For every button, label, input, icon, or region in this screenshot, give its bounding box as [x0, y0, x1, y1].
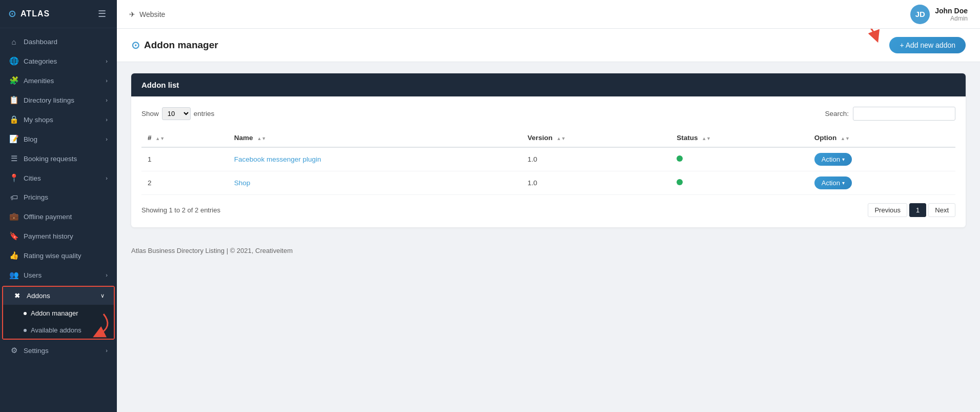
action-button-1[interactable]: Action ▾	[814, 153, 852, 166]
avatar-initials: JD	[915, 10, 925, 18]
cell-status	[670, 171, 808, 195]
sidebar-label-payment-history: Payment history	[24, 232, 73, 240]
chevron-right-icon: ›	[106, 272, 108, 278]
sidebar-label-booking: Booking requests	[24, 155, 77, 163]
sidebar-item-amenities[interactable]: 🧩 Amenities ›	[0, 71, 117, 90]
search-input[interactable]	[853, 107, 955, 121]
sidebar-sublabel-available-addons: Available addons	[31, 326, 81, 334]
sidebar-item-dashboard[interactable]: ⌂ Dashboard	[0, 32, 117, 51]
sidebar-label-users: Users	[24, 271, 42, 279]
cell-num: 2	[141, 171, 228, 195]
table-head: # ▲▼ Name ▲▼ Version ▲▼	[141, 129, 955, 147]
sidebar-subitem-addon-manager[interactable]: Addon manager	[3, 305, 114, 322]
col-version: Version ▲▼	[521, 129, 670, 147]
add-new-addon-button[interactable]: + Add new addon	[889, 37, 966, 53]
status-dot-icon	[677, 179, 683, 185]
topbar: ✈ Website JD John Doe Admin	[117, 0, 980, 29]
show-entries-control: Show 10 25 50 100 entries	[141, 107, 214, 120]
sidebar: ⊙ ATLAS ☰ ⌂ Dashboard 🌐 Categories › 🧩 A…	[0, 0, 117, 412]
settings-icon: ⚙	[9, 346, 18, 355]
sort-icon[interactable]: ▲▼	[257, 136, 266, 141]
sort-icon[interactable]: ▲▼	[155, 136, 165, 141]
addons-table: # ▲▼ Name ▲▼ Version ▲▼	[141, 129, 955, 195]
addons-submenu: Addon manager Available addons	[3, 305, 114, 339]
sidebar-item-rating-wise-quality[interactable]: 👍 Rating wise quality	[0, 246, 117, 265]
user-name: John Doe	[935, 7, 968, 15]
sidebar-item-categories[interactable]: 🌐 Categories ›	[0, 51, 117, 71]
col-status: Status ▲▼	[670, 129, 808, 147]
sidebar-item-blog[interactable]: 📝 Blog ›	[0, 129, 117, 149]
blog-icon: 📝	[9, 134, 18, 144]
sidebar-item-pricings[interactable]: 🏷 Pricings	[0, 188, 117, 207]
rating-icon: 👍	[9, 251, 18, 260]
sidebar-item-directory-listings[interactable]: 📋 Directory listings ›	[0, 90, 117, 110]
sort-icon[interactable]: ▲▼	[557, 136, 566, 141]
page-title-text: Addon manager	[144, 40, 218, 51]
user-profile-area: JD John Doe Admin	[910, 5, 968, 24]
previous-button[interactable]: Previous	[868, 203, 907, 217]
sidebar-item-payment-history[interactable]: 🔖 Payment history	[0, 226, 117, 246]
pagination: Previous 1 Next	[868, 203, 955, 217]
sidebar-item-settings[interactable]: ⚙ Settings ›	[0, 341, 117, 360]
sidebar-nav: ⌂ Dashboard 🌐 Categories › 🧩 Amenities ›…	[0, 28, 117, 412]
sidebar-logo: ⊙ ATLAS	[8, 8, 50, 19]
sidebar-label-amenities: Amenities	[24, 77, 54, 85]
sidebar-label-rating: Rating wise quality	[24, 252, 81, 260]
cell-name: Shop	[228, 171, 521, 195]
cell-num: 1	[141, 147, 228, 171]
sidebar-item-my-shops[interactable]: 🔒 My shops ›	[0, 110, 117, 129]
directory-icon: 📋	[9, 95, 18, 105]
next-button[interactable]: Next	[928, 203, 955, 217]
cell-name: Facebook messenger plugin	[228, 147, 521, 171]
card-header: Addon list	[131, 73, 966, 96]
entries-select[interactable]: 10 25 50 100	[162, 107, 191, 120]
sort-icon[interactable]: ▲▼	[702, 136, 711, 141]
sidebar-item-booking-requests[interactable]: ☰ Booking requests	[0, 149, 117, 168]
logo-icon: ⊙	[8, 8, 16, 19]
sidebar-label-blog: Blog	[24, 135, 37, 143]
cell-action: Action ▾	[808, 171, 955, 195]
user-role: Admin	[935, 15, 968, 22]
breadcrumb-text: Website	[139, 10, 165, 18]
avatar: JD	[910, 5, 930, 24]
chevron-down-icon: ▾	[842, 156, 845, 162]
page-title-icon: ⊙	[131, 39, 140, 51]
sidebar-label-directory: Directory listings	[24, 96, 74, 104]
page-title: ⊙ Addon manager	[131, 39, 218, 51]
breadcrumb: ✈ Website	[129, 10, 165, 18]
content-area: ⊙ Addon manager + Add new addon Addo	[117, 29, 980, 412]
search-control: Search:	[825, 107, 955, 121]
sidebar-item-users[interactable]: 👥 Users ›	[0, 265, 117, 285]
sidebar-item-offline-payment[interactable]: 💼 Offline payment	[0, 207, 117, 226]
chevron-right-icon: ›	[106, 116, 108, 123]
sidebar-subitem-available-addons[interactable]: Available addons	[3, 322, 114, 339]
chevron-down-icon: ▾	[842, 180, 845, 186]
users-icon: 👥	[9, 270, 18, 280]
action-button-2[interactable]: Action ▾	[814, 176, 852, 189]
table-row: 2 Shop 1.0 Action ▾	[141, 171, 955, 195]
cell-status	[670, 147, 808, 171]
chevron-right-icon: ›	[106, 175, 108, 181]
add-btn-wrapper: + Add new addon	[889, 37, 966, 53]
status-dot-icon	[677, 155, 683, 162]
amenities-icon: 🧩	[9, 76, 18, 85]
sidebar-toggle-button[interactable]: ☰	[95, 7, 109, 21]
logo-text: ATLAS	[21, 9, 50, 18]
payment-history-icon: 🔖	[9, 231, 18, 241]
sidebar-label-cities: Cities	[24, 174, 41, 182]
sort-icon[interactable]: ▲▼	[841, 136, 850, 141]
content-inner: Addon list Show 10 25 50 100 entri	[117, 62, 980, 239]
sidebar-label-addons: Addons	[27, 292, 50, 300]
sidebar-item-cities[interactable]: 📍 Cities ›	[0, 168, 117, 188]
table-row: 1 Facebook messenger plugin 1.0 Action ▾	[141, 147, 955, 171]
chevron-right-icon: ›	[106, 347, 108, 354]
pricings-icon: 🏷	[9, 193, 18, 202]
sidebar-label-dashboard: Dashboard	[24, 38, 57, 46]
page-1-button[interactable]: 1	[909, 203, 926, 217]
table-controls: Show 10 25 50 100 entries Search:	[141, 107, 955, 121]
main-area: ✈ Website JD John Doe Admin ⊙ Addon mana…	[117, 0, 980, 412]
cities-icon: 📍	[9, 173, 18, 183]
sidebar-label-pricings: Pricings	[24, 193, 48, 201]
sidebar-item-addons[interactable]: ✖ Addons ∨	[3, 287, 114, 305]
col-name: Name ▲▼	[228, 129, 521, 147]
